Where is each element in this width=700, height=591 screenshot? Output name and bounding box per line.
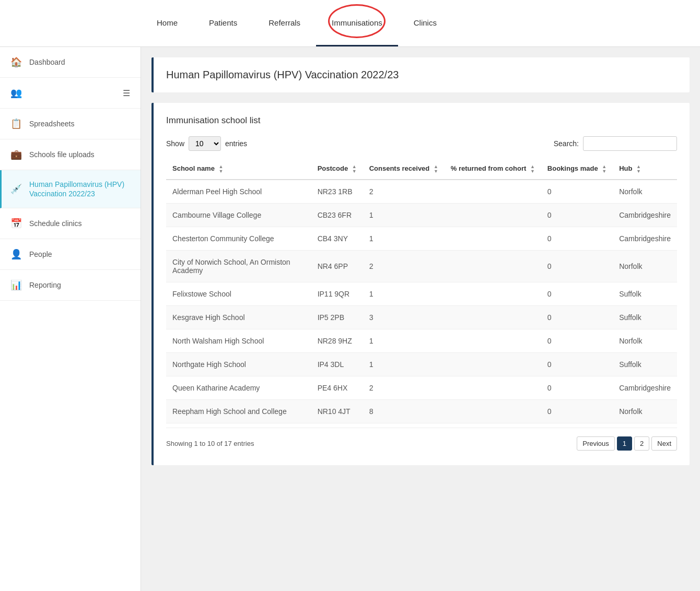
sidebar-spreadsheets-label: Spreadsheets [29,119,130,128]
cell-bookings-made: 0 [541,353,613,376]
cell-bookings-made: 0 [541,329,613,353]
pagination-summary: Showing 1 to 10 of 17 entries [166,440,254,447]
top-navigation: Home Patients Referrals Immunisations Cl… [0,0,700,47]
schools-table: School name ▲▼ Postcode ▲▼ Consents rece… [166,159,677,423]
table-row[interactable]: Cambourne Village College CB23 6FR 1 0 C… [166,204,677,227]
table-row[interactable]: Reepham High School and College NR10 4JT… [166,400,677,423]
cell-consents-received: 1 [363,282,445,306]
people-group-icon: 👥 [10,87,22,99]
cell-postcode: NR23 1RB [311,180,363,204]
cell-school-name: City of Norwich School, An Ormiston Acad… [166,251,311,282]
col-pct-returned[interactable]: % returned from cohort ▲▼ [445,159,541,180]
cell-school-name: Reepham High School and College [166,400,311,423]
cell-bookings-made: 0 [541,227,613,251]
content-area: Human Papillomavirus (HPV) Vaccination 2… [141,47,700,591]
cell-school-name: Queen Katharine Academy [166,376,311,400]
sidebar-item-spreadsheets[interactable]: 📋 Spreadsheets [0,109,141,139]
cell-postcode: PE4 6HX [311,376,363,400]
cell-postcode: IP5 2PB [311,306,363,329]
sidebar-item-hpv-vaccination[interactable]: 💉 Human Papillomavirus (HPV) Vaccination… [0,170,141,208]
entries-label: entries [225,139,247,148]
cell-pct-returned [445,400,541,423]
col-hub[interactable]: Hub ▲▼ [613,159,677,180]
cell-postcode: IP11 9QR [311,282,363,306]
page-header: Human Papillomavirus (HPV) Vaccination 2… [151,57,690,92]
pagination-page-1-button[interactable]: 1 [617,436,632,451]
cell-pct-returned [445,376,541,400]
table-row[interactable]: North Walsham High School NR28 9HZ 1 0 N… [166,329,677,353]
table-row[interactable]: Northgate High School IP4 3DL 1 0 Suffol… [166,353,677,376]
sort-consents-icon: ▲▼ [434,164,438,174]
cell-consents-received: 2 [363,376,445,400]
col-school-name[interactable]: School name ▲▼ [166,159,311,180]
cell-bookings-made: 0 [541,251,613,282]
person-icon: 👤 [10,249,22,260]
nav-home[interactable]: Home [141,0,193,46]
col-bookings-made[interactable]: Bookings made ▲▼ [541,159,613,180]
search-label: Search: [554,139,579,148]
table-row[interactable]: Felixstowe School IP11 9QR 1 0 Suffolk [166,282,677,306]
table-row[interactable]: City of Norwich School, An Ormiston Acad… [166,251,677,282]
cell-hub: Cambridgeshire [613,227,677,251]
cell-postcode: NR4 6PP [311,251,363,282]
sidebar-item-people-group[interactable]: 👥 ☰ [0,78,141,109]
cell-school-name: Northgate High School [166,353,311,376]
schedule-icon: 📅 [10,218,22,229]
table-row[interactable]: Chesterton Community College CB4 3NY 1 0… [166,227,677,251]
cell-consents-received: 1 [363,227,445,251]
cell-postcode: NR28 9HZ [311,329,363,353]
hamburger-icon[interactable]: ☰ [123,88,130,98]
table-row[interactable]: Kesgrave High School IP5 2PB 3 0 Suffolk [166,306,677,329]
sidebar-item-people[interactable]: 👤 People [0,239,141,270]
table-row[interactable]: Alderman Peel High School NR23 1RB 2 0 N… [166,180,677,204]
sidebar-reporting-label: Reporting [29,280,130,290]
nav-patients-label: Patients [209,18,237,27]
table-row[interactable]: Queen Katharine Academy PE4 6HX 2 0 Camb… [166,376,677,400]
col-consents-received[interactable]: Consents received ▲▼ [363,159,445,180]
sidebar-item-schools-file-uploads[interactable]: 💼 Schools file uploads [0,139,141,170]
cell-consents-received: 1 [363,353,445,376]
page-title: Human Papillomavirus (HPV) Vaccination 2… [166,69,677,81]
sort-pct-icon: ▲▼ [530,164,535,174]
cell-hub: Cambridgeshire [613,376,677,400]
search-input[interactable] [583,136,677,151]
show-label: Show [166,139,184,148]
table-header-row: School name ▲▼ Postcode ▲▼ Consents rece… [166,159,677,180]
search-box: Search: [554,136,677,151]
pagination-page-2-button[interactable]: 2 [634,436,649,451]
sort-school-name-icon: ▲▼ [219,164,224,174]
cell-pct-returned [445,180,541,204]
cell-school-name: North Walsham High School [166,329,311,353]
pagination-next-button[interactable]: Next [651,436,677,451]
nav-immunisations[interactable]: Immunisations [316,0,398,46]
nav-clinics[interactable]: Clinics [398,0,452,46]
nav-patients[interactable]: Patients [193,0,253,46]
cell-consents-received: 1 [363,329,445,353]
cell-hub: Norfolk [613,180,677,204]
pagination-previous-button[interactable]: Previous [577,436,615,451]
cell-consents-received: 2 [363,251,445,282]
sidebar-item-reporting[interactable]: 📊 Reporting [0,270,141,301]
cell-postcode: CB23 6FR [311,204,363,227]
cell-hub: Norfolk [613,251,677,282]
sidebar-item-schedule-clinics[interactable]: 📅 Schedule clinics [0,208,141,239]
entries-select[interactable]: 10 25 50 100 [189,136,221,151]
cell-consents-received: 2 [363,180,445,204]
cell-pct-returned [445,227,541,251]
sort-bookings-icon: ▲▼ [602,164,606,174]
cell-pct-returned [445,282,541,306]
table-controls: Show 10 25 50 100 entries Search: [166,136,677,151]
cell-hub: Norfolk [613,329,677,353]
show-entries-control: Show 10 25 50 100 entries [166,136,247,151]
cell-consents-received: 1 [363,204,445,227]
cell-bookings-made: 0 [541,306,613,329]
col-postcode[interactable]: Postcode ▲▼ [311,159,363,180]
sidebar-item-dashboard[interactable]: 🏠 Dashboard [0,47,141,78]
cell-pct-returned [445,329,541,353]
nav-referrals[interactable]: Referrals [253,0,316,46]
vaccination-icon: 💉 [10,183,22,195]
cell-bookings-made: 0 [541,376,613,400]
pagination-buttons: Previous 1 2 Next [577,436,677,451]
nav-clinics-label: Clinics [414,18,437,27]
cell-school-name: Chesterton Community College [166,227,311,251]
